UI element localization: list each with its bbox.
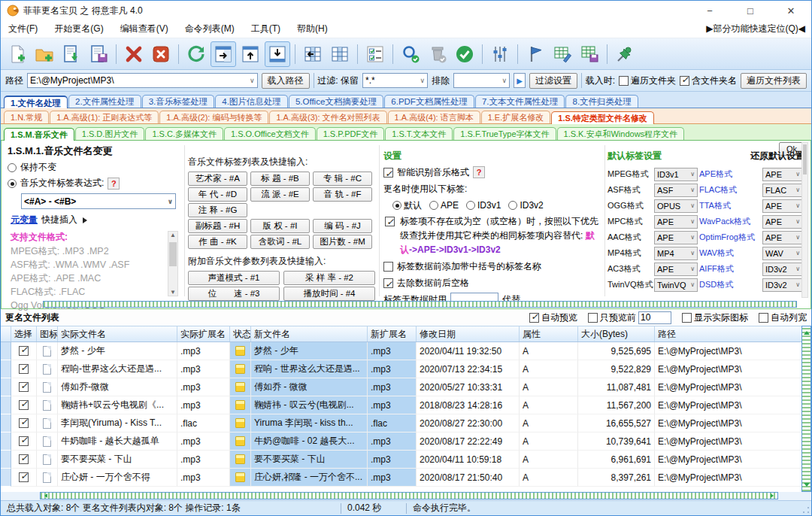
- table-row[interactable]: 李闰珉(Yiruma) - Kiss T... .flac Yiruma 李闰珉…: [1, 414, 811, 433]
- tag-insert-button[interactable]: 版 权 - #I: [250, 219, 310, 233]
- radio-icon[interactable]: [508, 201, 517, 210]
- tab[interactable]: 1.A.高级(2): 编码与转换等: [159, 111, 268, 123]
- table-row[interactable]: 鞠婧祎+叹云兮电视剧《... .mp3 鞠婧祎 - 叹云兮(电视剧... .mp…: [1, 396, 811, 414]
- file-size[interactable]: 8,397,261: [578, 469, 655, 487]
- row-gutter[interactable]: [1, 396, 11, 414]
- exclude-combobox[interactable]: ∨: [453, 73, 510, 88]
- new-extension[interactable]: .mp3: [368, 451, 417, 469]
- panel-horizontal-scrollbar[interactable]: [43, 301, 797, 308]
- original-extension[interactable]: .mp3: [177, 342, 230, 360]
- new-filename[interactable]: 鞠婧祎 - 叹云兮(电视剧...: [251, 396, 368, 414]
- new-extension[interactable]: .mp3: [368, 396, 417, 414]
- table-row[interactable]: 庄心妍 - 一万个舍不得 .mp3 庄心妍,祁隆 - 一万个舍不... .mp3…: [1, 469, 811, 487]
- file-attributes[interactable]: A: [520, 433, 578, 451]
- column-header[interactable]: 新扩展名: [368, 326, 417, 341]
- new-filename[interactable]: 庄心妍,祁隆 - 一万个舍不...: [251, 469, 368, 487]
- original-filename[interactable]: 庄心妍 - 一万个舍不得: [58, 469, 177, 487]
- row-gutter[interactable]: [1, 451, 11, 469]
- adjust-sliders-icon[interactable]: [487, 41, 513, 67]
- tag-insert-button[interactable]: 年 代 - #D: [188, 187, 247, 202]
- move-panel-down-icon[interactable]: [265, 41, 290, 67]
- table-row[interactable]: 梦然 - 少年 .mp3 梦然 - 少年 .mp3 2020/04/11 19:…: [1, 342, 811, 360]
- file-size[interactable]: 11,567,200: [578, 396, 655, 414]
- original-extension[interactable]: .mp3: [177, 451, 230, 469]
- chevron-down-icon[interactable]: ∨: [247, 77, 255, 84]
- column-header[interactable]: 修改日期: [417, 326, 520, 341]
- file-path[interactable]: E:\@MyProject\MP3\: [655, 414, 811, 433]
- row-select-cell[interactable]: [11, 451, 37, 469]
- modified-date[interactable]: 2018/08/23 14:28:16: [417, 396, 520, 414]
- row-checkbox[interactable]: [19, 418, 29, 428]
- tab[interactable]: 1.S.D.图片文件: [75, 127, 145, 140]
- checkbox-icon[interactable]: [529, 313, 539, 323]
- new-filename[interactable]: 程响 - 世界这么大还是遇...: [251, 360, 368, 378]
- tag-insert-button[interactable]: 标 题 - #B: [250, 171, 310, 186]
- param-insert-button[interactable]: 声道模式 - #1: [188, 271, 280, 285]
- show-real-icons-checkbox[interactable]: 显示实际图标: [682, 311, 748, 324]
- fallback-checkbox[interactable]: 标签项不存在或为空（或空格）时，按照以下优先级查找并使用其它种类的相同标签项内容…: [383, 214, 603, 257]
- tab[interactable]: 3.音乐标签处理: [142, 95, 215, 108]
- row-gutter[interactable]: [1, 414, 11, 433]
- apply-icon[interactable]: [452, 41, 477, 67]
- tab[interactable]: 1.S.C.多媒体文件: [145, 127, 223, 140]
- column-header[interactable]: 状态: [230, 326, 251, 341]
- tag-insert-button[interactable]: 流 派 - #E: [250, 187, 310, 202]
- tab[interactable]: 4.图片信息处理: [215, 95, 288, 108]
- format-tag-select[interactable]: APE∨: [762, 215, 803, 229]
- restore-defaults-button[interactable]: 还原默认设置: [750, 150, 804, 162]
- original-extension[interactable]: .mp3: [177, 396, 230, 414]
- checkbox-icon[interactable]: [385, 217, 395, 226]
- row-gutter[interactable]: [1, 469, 11, 487]
- new-extension[interactable]: .mp3: [368, 433, 417, 451]
- new-filename[interactable]: Yiruma 李闰珉 - kiss th...: [251, 414, 368, 433]
- format-tag-select[interactable]: FLAC∨: [762, 184, 803, 197]
- tab[interactable]: 1.E.扩展名修改: [481, 111, 551, 123]
- tag-insert-button[interactable]: 艺术家 - #A: [188, 171, 247, 186]
- layout-left-panel-icon[interactable]: [300, 41, 326, 67]
- radio-icon[interactable]: [429, 201, 438, 210]
- tab[interactable]: 1.A.高级(4): 语言脚本: [388, 111, 480, 123]
- file-size[interactable]: 10,739,641: [578, 433, 655, 451]
- format-tag-select[interactable]: APE∨: [762, 231, 803, 244]
- row-checkbox[interactable]: [19, 400, 29, 410]
- pin-icon[interactable]: [612, 41, 638, 67]
- auto-width-checkbox[interactable]: 自动列宽: [759, 311, 807, 324]
- format-tag-select[interactable]: APE∨: [654, 215, 698, 229]
- checkbox-icon[interactable]: [619, 76, 629, 86]
- tab[interactable]: 1.S.O.Office文档文件: [224, 127, 316, 140]
- edit-table-icon[interactable]: [550, 41, 575, 67]
- tab[interactable]: 6.PDF文档属性处理: [384, 95, 474, 108]
- row-checkbox[interactable]: [19, 382, 29, 392]
- checkbox-icon[interactable]: [588, 313, 598, 323]
- metavar-link[interactable]: 元变量: [11, 214, 38, 226]
- tab[interactable]: 1.S.T.文本文件: [385, 127, 453, 140]
- save-table-icon[interactable]: [577, 41, 602, 67]
- column-header[interactable]: 图标: [37, 326, 58, 341]
- traverse-file-list-button[interactable]: 遍历文件列表: [741, 73, 807, 89]
- original-filename[interactable]: 鞠婧祎+叹云兮电视剧《...: [58, 396, 177, 414]
- path-combobox[interactable]: E:\@MyProject\MP3\∨: [27, 73, 258, 88]
- file-attributes[interactable]: A: [520, 469, 578, 487]
- new-filename[interactable]: 要不要买菜 - 下山: [251, 451, 368, 469]
- column-header[interactable]: 大小(Bytes): [578, 326, 655, 341]
- modified-date[interactable]: 2020/05/27 10:33:31: [417, 378, 520, 396]
- resize-grip-icon[interactable]: [802, 506, 810, 514]
- new-extension[interactable]: .mp3: [368, 378, 417, 396]
- formats-scrollbar[interactable]: [168, 231, 178, 296]
- row-select-cell[interactable]: [11, 396, 37, 414]
- tag-insert-button[interactable]: 作 曲 - #K: [188, 235, 247, 249]
- new-extension[interactable]: .mp3: [368, 469, 417, 487]
- column-header[interactable]: 属性: [520, 326, 578, 341]
- table-row[interactable]: 牛奶咖啡 - 越长大越孤单 .mp3 牛奶@咖啡 - 02 越長大... .mp…: [1, 433, 811, 451]
- layout-columns-icon[interactable]: [327, 41, 353, 67]
- tag-type-radio[interactable]: ID3v2: [508, 198, 543, 213]
- format-tag-select[interactable]: ASF∨: [654, 184, 698, 197]
- row-checkbox[interactable]: [19, 364, 29, 374]
- row-gutter[interactable]: [1, 360, 11, 378]
- row-gutter[interactable]: [1, 342, 11, 360]
- tab[interactable]: 7.文本文件属性处理: [475, 95, 565, 108]
- traverse-folders-checkbox[interactable]: 遍历文件夹: [619, 74, 676, 87]
- move-panel-up-icon[interactable]: [238, 41, 263, 67]
- checkbox-icon[interactable]: [682, 313, 692, 323]
- tab[interactable]: 1.S.特定类型文件名修改: [551, 111, 654, 124]
